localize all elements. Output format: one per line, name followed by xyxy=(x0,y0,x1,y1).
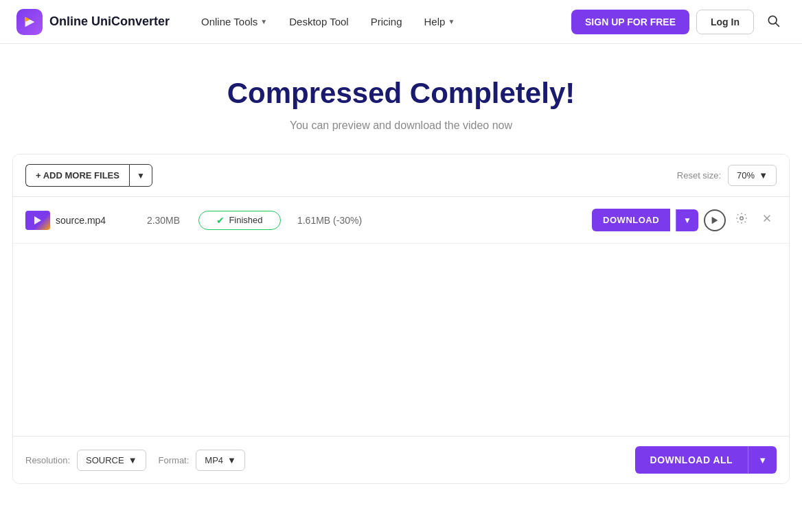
status-text: Finished xyxy=(229,215,262,225)
download-all-group: DOWNLOAD ALL ▼ xyxy=(635,446,777,474)
logo-icon xyxy=(16,9,43,35)
nav-pricing[interactable]: Pricing xyxy=(361,10,412,33)
reset-size-label: Reset size: xyxy=(677,170,721,181)
play-icon xyxy=(710,216,720,225)
format-label: Format: xyxy=(159,455,190,465)
bottom-bar: Resolution: SOURCE ▼ Format: MP4 ▼ DOWNL… xyxy=(13,436,789,483)
empty-area xyxy=(13,244,789,436)
reset-size-dropdown[interactable]: 70% ▼ xyxy=(728,165,777,186)
chevron-down-icon: ▼ xyxy=(227,455,236,465)
settings-button[interactable] xyxy=(731,208,752,232)
add-files-dropdown-button[interactable]: ▼ xyxy=(129,164,152,187)
svg-point-6 xyxy=(740,217,744,220)
nav-links: Online Tools ▼ Desktop Tool Pricing Help… xyxy=(192,10,571,33)
file-thumbnail xyxy=(25,211,50,230)
play-preview-button[interactable] xyxy=(704,209,726,231)
chevron-down-icon: ▼ xyxy=(260,18,267,25)
bottom-left-controls: Resolution: SOURCE ▼ Format: MP4 ▼ xyxy=(25,450,245,471)
download-all-button[interactable]: DOWNLOAD ALL xyxy=(635,446,748,474)
navbar: Online UniConverter Online Tools ▼ Deskt… xyxy=(0,0,802,44)
nav-desktop-tool[interactable]: Desktop Tool xyxy=(279,10,358,33)
file-name: source.mp4 xyxy=(56,215,106,226)
format-field: Format: MP4 ▼ xyxy=(159,450,245,471)
download-dropdown-button[interactable]: ▼ xyxy=(676,209,698,231)
toolbar-right: Reset size: 70% ▼ xyxy=(677,165,777,186)
svg-marker-5 xyxy=(712,216,718,224)
login-button[interactable]: Log In xyxy=(696,10,754,34)
chevron-down-icon: ▼ xyxy=(759,170,768,181)
chevron-down-icon: ▼ xyxy=(448,18,455,25)
hero-subtitle: You can preview and download the video n… xyxy=(16,119,786,132)
chevron-down-icon: ▼ xyxy=(137,171,145,181)
nav-help[interactable]: Help ▼ xyxy=(415,10,465,33)
file-actions: DOWNLOAD ▼ xyxy=(592,208,777,232)
close-icon xyxy=(761,213,772,224)
toolbar-left: + ADD MORE FILES ▼ xyxy=(25,164,152,187)
hero-title: Compressed Completely! xyxy=(16,77,786,110)
download-all-dropdown-button[interactable]: ▼ xyxy=(748,446,777,474)
file-row: source.mp4 2.30MB ✔ Finished 1.61MB (-30… xyxy=(13,197,789,244)
logo[interactable]: Online UniConverter xyxy=(16,9,170,35)
nav-actions: SIGN UP FOR FREE Log In xyxy=(571,8,786,35)
chevron-down-icon: ▼ xyxy=(683,216,691,225)
resolution-field: Resolution: SOURCE ▼ xyxy=(25,450,146,471)
toolbar: + ADD MORE FILES ▼ Reset size: 70% ▼ xyxy=(13,154,789,197)
status-badge: ✔ Finished xyxy=(198,211,281,230)
search-icon xyxy=(766,14,780,27)
close-button[interactable] xyxy=(757,209,777,231)
download-button[interactable]: DOWNLOAD xyxy=(592,209,670,231)
signup-button[interactable]: SIGN UP FOR FREE xyxy=(571,10,689,34)
add-files-button[interactable]: + ADD MORE FILES xyxy=(25,164,129,187)
search-button[interactable] xyxy=(761,8,786,35)
resolution-label: Resolution: xyxy=(25,455,70,465)
check-icon: ✔ xyxy=(216,215,225,226)
main-card: + ADD MORE FILES ▼ Reset size: 70% ▼ sou… xyxy=(12,154,790,484)
chevron-down-icon: ▼ xyxy=(128,455,137,465)
file-size-original: 2.30MB xyxy=(139,215,187,226)
chevron-down-icon: ▼ xyxy=(758,455,767,465)
file-size-compressed: 1.61MB (-30%) xyxy=(292,215,367,226)
hero-section: Compressed Completely! You can preview a… xyxy=(0,44,802,154)
gear-icon xyxy=(735,212,748,224)
resolution-dropdown[interactable]: SOURCE ▼ xyxy=(77,450,146,471)
nav-online-tools[interactable]: Online Tools ▼ xyxy=(192,10,277,33)
svg-marker-4 xyxy=(34,216,41,224)
svg-line-3 xyxy=(776,23,779,27)
file-info: source.mp4 xyxy=(25,211,128,230)
format-dropdown[interactable]: MP4 ▼ xyxy=(196,450,245,471)
logo-text: Online UniConverter xyxy=(49,14,170,29)
